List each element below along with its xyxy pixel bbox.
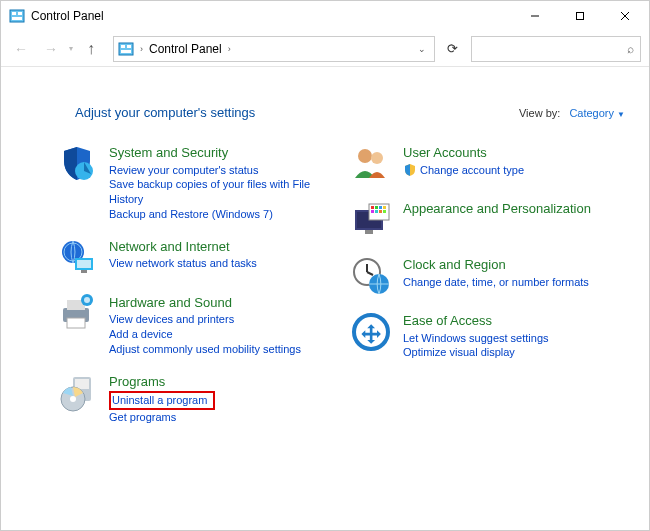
category-title[interactable]: Hardware and Sound: [109, 294, 301, 312]
toolbar: ← → ▾ ↑ › Control Panel › ⌄ ⟳ ⌕: [1, 31, 649, 67]
refresh-button[interactable]: ⟳: [439, 36, 465, 62]
back-button[interactable]: ←: [9, 37, 33, 61]
svg-rect-10: [127, 45, 131, 48]
window-title: Control Panel: [31, 9, 512, 23]
svg-rect-11: [121, 50, 131, 53]
left-column: System and Security Review your computer…: [57, 144, 331, 441]
content-area: Adjust your computer's settings View by:…: [1, 67, 649, 530]
forward-button[interactable]: →: [39, 37, 63, 61]
breadcrumb-segment[interactable]: Control Panel: [149, 42, 222, 56]
category-title[interactable]: Network and Internet: [109, 238, 257, 256]
category-title[interactable]: Programs: [109, 373, 215, 391]
svg-rect-37: [371, 210, 374, 213]
search-icon: ⌕: [627, 42, 634, 56]
svg-rect-39: [379, 210, 382, 213]
svg-rect-3: [12, 17, 22, 20]
view-by-value: Category: [569, 107, 614, 119]
link-get-programs[interactable]: Get programs: [109, 410, 215, 425]
link-suggest-settings[interactable]: Let Windows suggest settings: [403, 331, 549, 346]
monitor-grid-icon: [351, 200, 391, 240]
category-clock-region: Clock and Region Change date, time, or n…: [351, 256, 625, 296]
globe-monitor-icon: [57, 238, 97, 278]
link-change-date-time[interactable]: Change date, time, or number formats: [403, 275, 589, 290]
category-title[interactable]: System and Security: [109, 144, 331, 162]
svg-rect-15: [77, 260, 91, 268]
category-title[interactable]: Appearance and Personalization: [403, 200, 591, 218]
link-review-status[interactable]: Review your computer's status: [109, 163, 331, 178]
svg-rect-34: [375, 206, 378, 209]
chevron-right-icon[interactable]: ›: [138, 44, 145, 54]
svg-rect-9: [121, 45, 125, 48]
category-ease-of-access: Ease of Access Let Windows suggest setti…: [351, 312, 625, 360]
page-title: Adjust your computer's settings: [75, 105, 519, 120]
link-file-history[interactable]: Save backup copies of your files with Fi…: [109, 177, 331, 207]
svg-rect-19: [67, 318, 85, 328]
svg-rect-1: [12, 12, 16, 15]
link-mobility-settings[interactable]: Adjust commonly used mobility settings: [109, 342, 301, 357]
category-user-accounts: User Accounts Change account type: [351, 144, 625, 184]
control-panel-icon: [9, 8, 25, 24]
svg-rect-31: [365, 230, 373, 234]
svg-rect-38: [375, 210, 378, 213]
chevron-down-icon: ▼: [617, 110, 625, 119]
maximize-button[interactable]: [557, 2, 602, 30]
people-icon: [351, 144, 391, 184]
disc-box-icon: [57, 373, 97, 413]
category-title[interactable]: Ease of Access: [403, 312, 549, 330]
breadcrumb-dropdown[interactable]: ⌄: [414, 44, 430, 54]
shield-pie-icon: [57, 144, 97, 184]
svg-rect-8: [119, 43, 133, 55]
svg-point-27: [358, 149, 372, 163]
category-system-security: System and Security Review your computer…: [57, 144, 331, 222]
up-button[interactable]: ↑: [79, 37, 103, 61]
link-backup-restore[interactable]: Backup and Restore (Windows 7): [109, 207, 331, 222]
history-dropdown[interactable]: ▾: [69, 44, 73, 53]
shield-small-icon: [403, 163, 417, 177]
category-appearance-personalization: Appearance and Personalization: [351, 200, 625, 240]
category-network-internet: Network and Internet View network status…: [57, 238, 331, 278]
svg-point-21: [84, 297, 90, 303]
svg-rect-16: [81, 270, 87, 273]
minimize-button[interactable]: [512, 2, 557, 30]
category-title[interactable]: User Accounts: [403, 144, 524, 162]
link-change-account-type[interactable]: Change account type: [403, 163, 524, 178]
breadcrumb[interactable]: › Control Panel › ⌄: [113, 36, 435, 62]
right-column: User Accounts Change account type Appear…: [351, 144, 625, 441]
svg-rect-35: [379, 206, 382, 209]
category-hardware-sound: Hardware and Sound View devices and prin…: [57, 294, 331, 357]
view-by-label: View by:: [519, 107, 560, 119]
link-optimize-visual[interactable]: Optimize visual display: [403, 345, 549, 360]
svg-rect-2: [18, 12, 22, 15]
link-uninstall-program[interactable]: Uninstall a program: [112, 393, 207, 408]
printer-icon: [57, 294, 97, 334]
link-add-device[interactable]: Add a device: [109, 327, 301, 342]
close-button[interactable]: [602, 2, 647, 30]
highlight-annotation: Uninstall a program: [109, 391, 215, 411]
link-network-status[interactable]: View network status and tasks: [109, 256, 257, 271]
svg-rect-40: [383, 210, 386, 213]
search-input[interactable]: ⌕: [471, 36, 641, 62]
title-bar: Control Panel: [1, 1, 649, 31]
view-by-selector[interactable]: View by: Category ▼: [519, 107, 625, 119]
svg-rect-33: [371, 206, 374, 209]
link-view-devices[interactable]: View devices and printers: [109, 312, 301, 327]
chevron-right-icon[interactable]: ›: [226, 44, 233, 54]
category-programs: Programs Uninstall a program Get program…: [57, 373, 331, 425]
category-title[interactable]: Clock and Region: [403, 256, 589, 274]
svg-point-28: [371, 152, 383, 164]
svg-rect-0: [10, 10, 24, 22]
ease-of-access-icon: [351, 312, 391, 352]
clock-globe-icon: [351, 256, 391, 296]
svg-rect-36: [383, 206, 386, 209]
control-panel-icon: [118, 41, 134, 57]
svg-rect-5: [576, 13, 583, 20]
